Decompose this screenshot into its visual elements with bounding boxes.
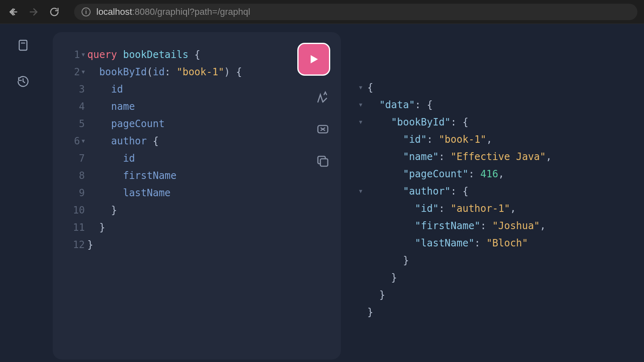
graphiql-sidebar (0, 24, 46, 362)
response-panel: ▼{ ▼ "data": { ▼ "bookById": { "id": "bo… (344, 65, 642, 360)
svg-marker-5 (311, 55, 318, 63)
forward-button[interactable] (27, 5, 40, 19)
svg-rect-9 (320, 159, 328, 166)
reload-button[interactable] (48, 5, 61, 19)
copy-icon[interactable] (315, 154, 330, 169)
address-bar[interactable]: i localhost:8080/graphiql?path=/graphql (74, 4, 637, 20)
history-icon[interactable] (16, 75, 30, 88)
query-editor[interactable]: 1▼query bookDetails { 2▼ bookById(id: "b… (63, 46, 331, 253)
merge-icon[interactable] (315, 122, 330, 137)
back-button[interactable] (7, 5, 20, 19)
execute-button[interactable] (297, 43, 330, 76)
prettify-icon[interactable] (315, 90, 330, 104)
url-text: localhost:8080/graphiql?path=/graphql (96, 7, 250, 17)
svg-rect-3 (19, 40, 27, 50)
site-info-icon[interactable]: i (82, 7, 91, 16)
docs-icon[interactable] (16, 39, 30, 52)
response-viewer[interactable]: ▼{ ▼ "data": { ▼ "bookById": { "id": "bo… (354, 79, 632, 321)
browser-toolbar: i localhost:8080/graphiql?path=/graphql (0, 0, 644, 24)
query-editor-panel: 1▼query bookDetails { 2▼ bookById(id: "b… (53, 32, 341, 360)
